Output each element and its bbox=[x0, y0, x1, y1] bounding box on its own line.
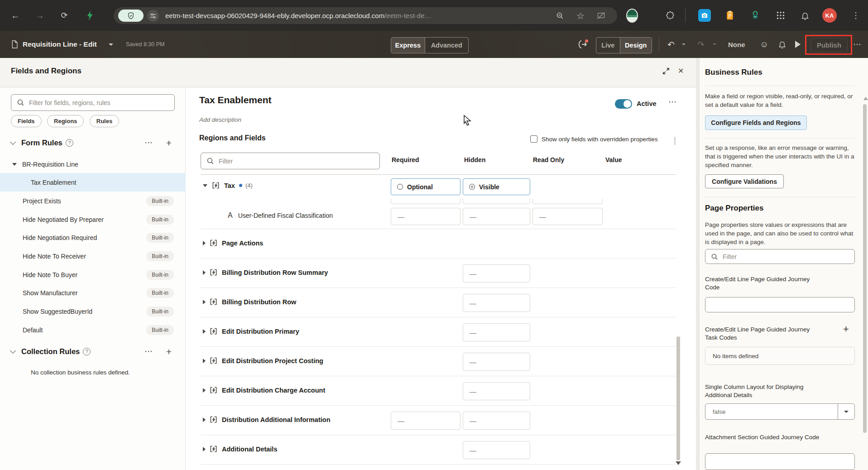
expand-icon[interactable] bbox=[203, 329, 206, 334]
configure-fields-regions-button[interactable]: Configure Fields and Regions bbox=[705, 115, 807, 130]
region-row[interactable]: Additional Details — bbox=[201, 435, 676, 465]
notes-clipboard-icon[interactable] bbox=[722, 0, 738, 31]
screenshot-camera-icon[interactable] bbox=[696, 0, 713, 31]
page-properties-filter[interactable] bbox=[705, 249, 855, 264]
redo-icon[interactable]: ↷ bbox=[697, 31, 705, 58]
collapse-icon[interactable] bbox=[203, 184, 207, 187]
overridden-checkbox[interactable] bbox=[530, 135, 537, 143]
sidebar-filter-input[interactable] bbox=[28, 99, 174, 107]
security-shield-icon[interactable] bbox=[118, 10, 144, 22]
notifications-bell-icon[interactable] bbox=[797, 0, 813, 31]
sandbox-selector[interactable]: None bbox=[728, 31, 745, 58]
pill-fields[interactable]: Fields bbox=[11, 115, 42, 127]
select-caret-icon[interactable] bbox=[838, 404, 854, 419]
tab-advanced[interactable]: Advanced bbox=[425, 38, 468, 53]
expand-icon[interactable] bbox=[662, 67, 670, 77]
expand-icon[interactable] bbox=[203, 417, 206, 422]
add-item-icon[interactable]: + bbox=[843, 323, 849, 335]
redo-caret-icon[interactable] bbox=[713, 31, 716, 58]
field-row-udf[interactable]: A User-Defined Fiscal Classification bbox=[228, 211, 333, 220]
url-bar[interactable]: eetm-test-devcsapp-06020429-9484-ebly.de… bbox=[114, 7, 617, 24]
rule-menu-icon[interactable]: ⋯ bbox=[668, 97, 677, 107]
cast-off-icon[interactable] bbox=[597, 7, 605, 24]
help-icon[interactable]: ? bbox=[83, 348, 91, 355]
sidebar-item-project-exists[interactable]: Project Exists Built-in bbox=[0, 192, 186, 210]
scrollbar-thumb[interactable] bbox=[863, 104, 867, 433]
required-state-button[interactable]: Optional bbox=[391, 178, 460, 195]
preview-icon[interactable] bbox=[578, 31, 589, 58]
expand-icon[interactable] bbox=[203, 270, 206, 275]
readonly-value-box[interactable]: — bbox=[532, 208, 603, 225]
hidden-value-box[interactable]: — bbox=[463, 264, 530, 283]
form-rules-header[interactable]: Form Rules ? ⋯ + bbox=[0, 135, 186, 150]
toolbar-overflow-icon[interactable]: ⋯ bbox=[853, 31, 861, 58]
page-properties-filter-input[interactable] bbox=[722, 253, 854, 261]
expand-icon[interactable] bbox=[203, 241, 206, 245]
page-title-caret-icon[interactable] bbox=[109, 31, 113, 58]
scroll-up-icon[interactable] bbox=[675, 137, 675, 145]
chevron-down-icon[interactable] bbox=[10, 348, 16, 354]
hidden-value-box[interactable]: — bbox=[463, 412, 530, 430]
sidebar-item-hide-negotiated-by-preparer[interactable]: Hide Negotiated By Preparer Built-in bbox=[0, 210, 186, 229]
hidden-value-box[interactable]: — bbox=[463, 382, 530, 400]
extension-bolt-icon[interactable] bbox=[82, 0, 98, 31]
collection-rules-header[interactable]: Collection Rules ? ⋯ + bbox=[0, 344, 186, 359]
overridden-filter[interactable]: Show only fields with overridden propert… bbox=[530, 135, 658, 143]
user-avatar[interactable]: KA bbox=[821, 0, 838, 31]
region-row[interactable]: Distribution Additional Information — — bbox=[201, 405, 676, 435]
hidden-value-box[interactable]: — bbox=[463, 208, 530, 225]
sidebar-item-hide-note-to-buyer[interactable]: Hide Note To Buyer Built-in bbox=[0, 265, 186, 284]
expand-icon[interactable] bbox=[203, 388, 206, 393]
toolbar-bell-icon[interactable] bbox=[778, 31, 786, 58]
sidebar-item-hide-note-to-receiver[interactable]: Hide Note To Receiver Built-in bbox=[0, 247, 186, 265]
single-column-layout-select[interactable]: false bbox=[705, 403, 855, 420]
region-row[interactable]: Edit Distribution Primary — bbox=[201, 317, 676, 347]
help-icon[interactable]: ? bbox=[66, 139, 73, 147]
zoom-page-icon[interactable] bbox=[556, 7, 564, 24]
pill-regions[interactable]: Regions bbox=[47, 115, 84, 127]
required-value-box[interactable]: — bbox=[391, 412, 460, 430]
hidden-value-box[interactable]: — bbox=[463, 294, 530, 312]
extensions-puzzle-icon[interactable] bbox=[662, 0, 678, 31]
hidden-value-box[interactable]: — bbox=[463, 353, 530, 371]
configure-validations-button[interactable]: Configure Validations bbox=[705, 174, 784, 188]
hidden-value-box[interactable]: — bbox=[463, 323, 530, 341]
sidebar-item-tax-enablement[interactable]: Tax Enablement bbox=[0, 173, 186, 192]
pill-rules[interactable]: Rules bbox=[90, 115, 119, 127]
add-collection-rule-icon[interactable]: + bbox=[166, 347, 172, 356]
guided-journey-code-input[interactable] bbox=[705, 297, 855, 312]
add-form-rule-icon[interactable]: + bbox=[166, 138, 172, 148]
collection-rules-menu-icon[interactable]: ⋯ bbox=[144, 346, 153, 356]
hidden-value-box[interactable]: — bbox=[463, 441, 530, 459]
add-description[interactable]: Add description bbox=[199, 116, 241, 123]
feedback-smiley-icon[interactable]: ☺ bbox=[760, 31, 768, 58]
expand-icon[interactable] bbox=[203, 300, 206, 304]
undo-caret-icon[interactable] bbox=[682, 31, 686, 58]
password-lock-icon[interactable] bbox=[747, 0, 763, 31]
sidebar-item-default[interactable]: Default Built-in bbox=[0, 321, 186, 339]
expand-icon[interactable] bbox=[203, 447, 206, 451]
collapse-icon[interactable] bbox=[12, 163, 17, 166]
scroll-up-icon[interactable] bbox=[863, 97, 868, 100]
tab-live[interactable]: Live bbox=[596, 38, 620, 53]
tree-node-parent[interactable]: BR-Requisition Line bbox=[0, 155, 186, 173]
region-row[interactable]: Page Actions bbox=[201, 229, 676, 259]
region-row[interactable]: Billing Distribution Row — bbox=[201, 288, 676, 317]
bookmark-star-icon[interactable]: ☆ bbox=[576, 7, 585, 24]
form-rules-menu-icon[interactable]: ⋯ bbox=[144, 138, 153, 148]
sidebar-item-show-suggestedbuyerid[interactable]: Show SuggestedBuyerId Built-in bbox=[0, 302, 186, 321]
scroll-down-icon[interactable] bbox=[676, 461, 681, 465]
regions-filter[interactable] bbox=[201, 153, 380, 169]
browser-back-icon[interactable]: ← bbox=[7, 0, 24, 31]
site-settings-icon[interactable] bbox=[147, 10, 159, 22]
required-value-box[interactable]: — bbox=[391, 208, 460, 225]
undo-icon[interactable]: ↶ bbox=[667, 31, 675, 58]
browser-menu-icon[interactable]: ⋮ bbox=[848, 0, 864, 31]
rule-title[interactable]: Tax Enablement bbox=[199, 95, 272, 106]
region-row[interactable]: Billing Distribution Row Summary — bbox=[201, 258, 676, 288]
run-play-icon[interactable] bbox=[795, 31, 801, 58]
page-title[interactable]: Requisition Line - Edit bbox=[23, 31, 97, 58]
hidden-state-button[interactable]: Visible bbox=[463, 178, 530, 195]
browser-reload-icon[interactable]: ⟳ bbox=[56, 0, 72, 31]
sidebar-item-show-manufacturer[interactable]: Show Manufacturer Built-in bbox=[0, 283, 186, 302]
